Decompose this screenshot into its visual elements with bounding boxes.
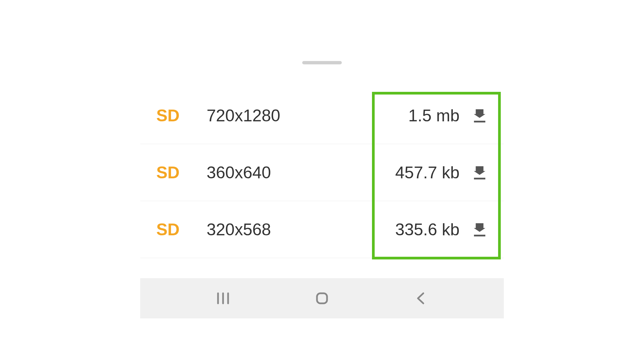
download-icon[interactable] (472, 165, 488, 181)
download-icon[interactable] (472, 222, 488, 238)
quality-badge: SD (156, 106, 207, 125)
recents-button[interactable] (213, 288, 233, 308)
svg-rect-0 (474, 121, 485, 122)
home-button[interactable] (312, 288, 332, 308)
svg-rect-2 (474, 235, 485, 236)
file-size-label: 457.7 kb (386, 163, 460, 182)
back-button[interactable] (411, 288, 431, 308)
svg-rect-1 (474, 178, 485, 179)
file-size-label: 335.6 kb (386, 220, 460, 239)
download-section: 457.7 kb (386, 163, 488, 182)
resolution-label: 360x640 (207, 163, 386, 182)
download-section: 335.6 kb (386, 220, 488, 239)
quality-badge: SD (156, 220, 207, 239)
resolution-label: 320x568 (207, 220, 386, 239)
resolution-label: 720x1280 (207, 106, 386, 125)
download-option-row[interactable]: SD 320x568 335.6 kb (140, 201, 504, 258)
file-size-label: 1.5 mb (386, 106, 460, 125)
download-option-row[interactable]: SD 360x640 457.7 kb (140, 144, 504, 201)
download-options-sheet: SD 720x1280 1.5 mb SD 360x640 457.7 kb (78, 44, 566, 318)
download-icon[interactable] (472, 108, 488, 124)
drag-handle[interactable] (302, 61, 342, 64)
options-list: SD 720x1280 1.5 mb SD 360x640 457.7 kb (140, 87, 504, 258)
svg-rect-6 (317, 293, 327, 303)
quality-badge: SD (156, 163, 207, 182)
download-option-row[interactable]: SD 720x1280 1.5 mb (140, 87, 504, 144)
download-section: 1.5 mb (386, 106, 488, 125)
navigation-bar (140, 278, 504, 318)
